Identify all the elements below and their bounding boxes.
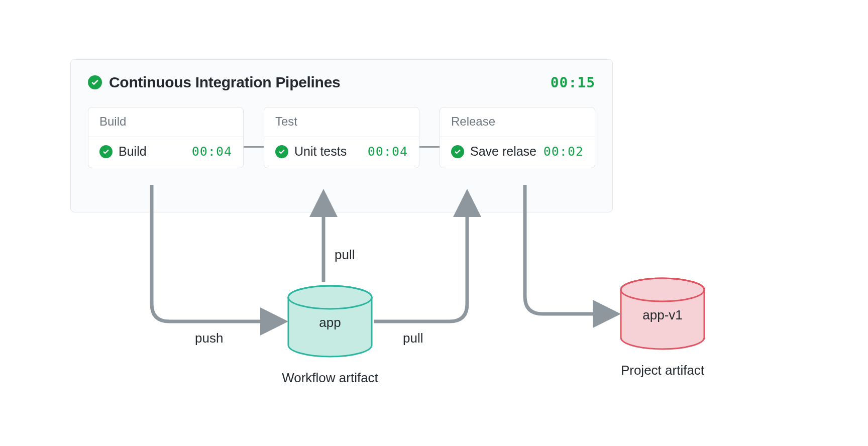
check-icon [275, 145, 288, 158]
stage-card-test: Test Unit tests 00:04 [264, 107, 419, 168]
stage-card-build: Build Build 00:04 [88, 107, 244, 168]
workflow-artifact-caption: Workflow artifact [265, 370, 395, 386]
job-name: Unit tests [294, 144, 362, 159]
pipeline-title: Continuous Integration Pipelines [109, 74, 340, 91]
job-name: Save relase [470, 144, 537, 159]
pipeline-header: Continuous Integration Pipelines 00:15 [88, 74, 595, 91]
flow-label-pull1: pull [335, 247, 355, 263]
stage-header: Build [88, 107, 243, 137]
project-artifact-caption: Project artifact [597, 363, 728, 378]
check-icon [451, 145, 464, 158]
arrow-app-to-release [374, 196, 467, 321]
pipeline-container: Continuous Integration Pipelines 00:15 B… [70, 59, 613, 212]
check-icon [99, 145, 113, 158]
pipeline-total-time: 00:15 [551, 74, 595, 91]
stage-body: Save relase 00:02 [440, 137, 595, 168]
job-name: Build [119, 144, 186, 159]
job-time: 00:02 [544, 144, 584, 159]
project-artifact-cylinder: app-v1 Project artifact [620, 277, 705, 353]
stage-card-release: Release Save relase 00:02 [440, 107, 595, 168]
stage-connector [419, 146, 440, 148]
workflow-artifact-label: app [287, 315, 373, 330]
stage-connector [244, 146, 264, 148]
stages-row: Build Build 00:04 Test Unit tests 00:04 [88, 107, 595, 168]
check-icon [88, 75, 102, 89]
stage-body: Unit tests 00:04 [264, 137, 419, 168]
stage-body: Build 00:04 [88, 137, 243, 168]
project-artifact-label: app-v1 [620, 307, 705, 323]
flow-label-push: push [195, 330, 223, 346]
stage-header: Test [264, 107, 419, 137]
pipeline-header-left: Continuous Integration Pipelines [88, 74, 340, 91]
job-time: 00:04 [368, 144, 408, 159]
stage-header: Release [440, 107, 595, 137]
workflow-artifact-cylinder: app Workflow artifact [287, 285, 373, 360]
job-time: 00:04 [192, 144, 232, 159]
flow-label-pull2: pull [403, 330, 423, 346]
